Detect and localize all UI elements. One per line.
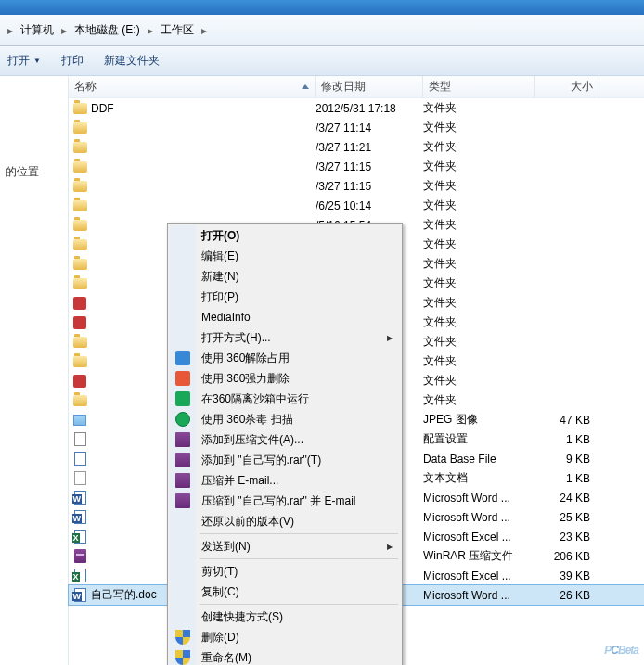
breadcrumb-segment[interactable]: 工作区 [157,22,198,38]
word-icon [72,588,87,603]
file-type: 文件夹 [423,159,535,174]
breadcrumb-segment[interactable]: 本地磁盘 (E:) [71,22,144,38]
menu-item[interactable]: 创建快捷方式(S) [170,607,400,627]
menu-item[interactable]: 编辑(E) [170,246,400,266]
rar-icon [175,473,190,488]
menu-item-label: 添加到压缩文件(A)... [201,432,303,448]
archive-icon [72,549,87,564]
menu-item[interactable]: 添加到 "自己写的.rar"(T) [170,450,400,470]
file-date: /3/27 11:15 [316,160,423,173]
menu-item[interactable]: 在360隔离沙箱中运行 [170,389,400,409]
menu-item-label: 压缩到 "自己写的.rar" 并 E-mail [201,493,356,509]
360b-icon [175,371,190,386]
menu-separator [200,604,398,605]
print-button[interactable]: 打印 [61,53,84,69]
menu-item[interactable]: 使用 360强力删除 [170,368,400,389]
sort-ascending-icon [302,84,309,89]
folder-icon [72,218,87,233]
column-type[interactable]: 类型 [423,76,535,97]
window-titlebar [0,0,644,15]
word-icon [72,510,87,525]
menu-item[interactable]: 使用 360杀毒 扫描 [170,409,400,429]
open-label: 打开 [7,53,30,69]
folder-icon [72,237,87,252]
menu-item[interactable]: 删除(D) [170,627,400,647]
menu-item-label: 打开(O) [201,228,239,244]
file-date: /3/27 11:14 [316,121,423,134]
file-row[interactable]: /3/27 11:14文件夹 [69,118,644,137]
menu-item[interactable]: MediaInfo [170,307,400,327]
text-icon [72,471,87,486]
file-size: 1 KB [535,433,599,446]
column-date[interactable]: 修改日期 [316,76,423,97]
open-button[interactable]: 打开 ▼ [7,53,41,69]
folder-icon [72,276,87,291]
file-type: Data Base File [423,453,535,466]
menu-item[interactable]: 压缩并 E-mail... [170,470,400,491]
file-date: /3/27 11:15 [316,180,423,193]
file-row[interactable]: /3/27 11:15文件夹 [69,176,644,196]
menu-item[interactable]: 打印(P) [170,287,400,307]
menu-item-label: 在360隔离沙箱中运行 [201,391,309,407]
menu-item[interactable]: 打开(O) [170,225,400,246]
breadcrumb[interactable]: ▸ 计算机 ▸ 本地磁盘 (E:) ▸ 工作区 ▸ [4,22,211,38]
shield-icon [175,630,190,645]
menu-item[interactable]: 发送到(N) [170,536,400,556]
file-row[interactable]: /3/27 11:15文件夹 [69,157,644,176]
menu-item-label: 创建快捷方式(S) [201,609,283,625]
menu-item-label: 打开方式(H)... [201,330,271,346]
file-type: 文件夹 [423,178,535,194]
new-folder-button[interactable]: 新建文件夹 [104,53,160,69]
file-type: 文件夹 [423,275,535,291]
address-bar[interactable]: ▸ 计算机 ▸ 本地磁盘 (E:) ▸ 工作区 ▸ [0,15,644,46]
file-date: /3/27 11:21 [316,141,423,154]
file-size: 9 KB [535,453,599,466]
menu-item[interactable]: 复制(C) [170,582,400,602]
menu-item[interactable]: 打开方式(H)... [170,327,400,348]
nav-pane: 的位置 [0,76,69,665]
breadcrumb-segment[interactable]: 计算机 [17,22,58,38]
menu-item[interactable]: 新建(N) [170,266,400,287]
file-type: 文件夹 [423,100,535,116]
menu-item[interactable]: 使用 360解除占用 [170,348,400,368]
file-row[interactable]: /3/27 11:21文件夹 [69,137,644,157]
excel-icon [72,530,87,544]
file-type: WinRAR 压缩文件 [423,548,535,564]
folder-icon [72,160,87,174]
menu-item-label: 编辑(E) [201,249,238,264]
menu-item[interactable]: 剪切(T) [170,561,400,582]
menu-item[interactable]: 重命名(M) [170,647,400,665]
file-type: 配置设置 [423,431,535,447]
rar-icon [175,432,190,447]
menu-item[interactable]: 添加到压缩文件(A)... [170,429,400,450]
file-name: DDF [91,102,114,115]
image-icon [72,413,87,428]
app-icon [72,315,87,330]
menu-item-label: 添加到 "自己写的.rar"(T) [201,453,321,468]
command-bar: 打开 ▼ 打印 新建文件夹 [0,46,644,76]
folder-icon [72,140,87,155]
file-type: 文件夹 [423,334,535,350]
folder-icon [72,393,87,408]
file-size: 1 KB [535,472,599,485]
menu-item[interactable]: 压缩到 "自己写的.rar" 并 E-mail [170,491,400,511]
menu-item[interactable]: 还原以前的版本(V) [170,511,400,531]
menu-item-label: 使用 360强力删除 [201,371,290,387]
rar-icon [175,493,190,508]
chevron-right-icon: ▸ [58,24,71,37]
app-icon [72,296,87,311]
file-size: 26 KB [535,589,599,602]
360d-icon [175,412,190,427]
360c-icon [175,391,190,406]
nav-item-recent[interactable]: 的位置 [0,161,68,183]
file-type: 文件夹 [423,139,535,155]
app-icon [72,374,87,389]
file-row[interactable]: DDF2012/5/31 17:18文件夹 [69,98,644,118]
column-size[interactable]: 大小 [535,76,599,97]
file-type: 文件夹 [423,217,535,233]
chevron-right-icon: ▸ [144,24,157,37]
column-name[interactable]: 名称 [69,76,316,97]
menu-separator [200,533,398,534]
file-size: 23 KB [535,531,599,544]
file-row[interactable]: /6/25 10:14文件夹 [69,196,644,215]
